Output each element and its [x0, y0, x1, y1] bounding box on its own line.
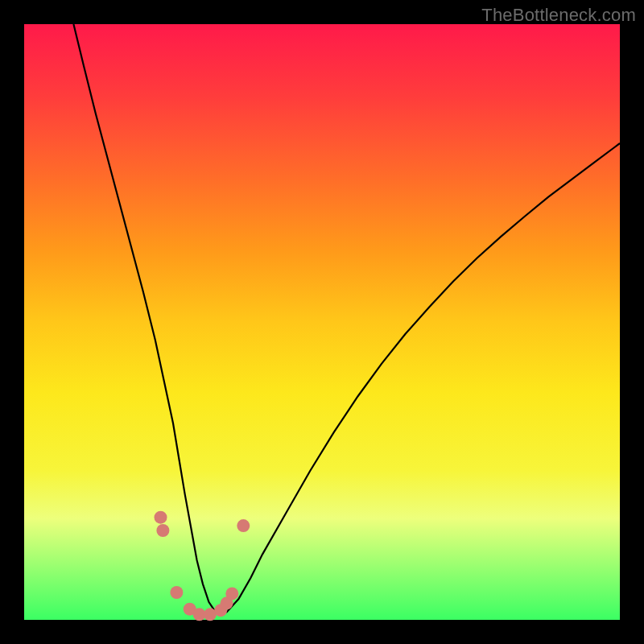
watermark: TheBottleneck.com [481, 5, 636, 26]
marker-dot [225, 587, 238, 600]
chart-frame: TheBottleneck.com [0, 0, 644, 644]
marker-dot [237, 519, 250, 532]
marker-dot [156, 524, 169, 537]
bottleneck-curve [73, 24, 620, 614]
marker-dots [155, 511, 250, 621]
chart-svg [24, 24, 620, 620]
marker-dot [155, 511, 167, 524]
marker-dot [170, 586, 183, 599]
